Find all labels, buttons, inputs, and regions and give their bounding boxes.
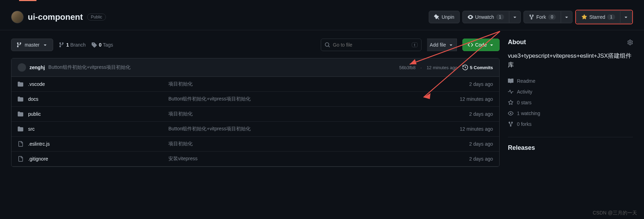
chevron-down-icon (623, 14, 629, 20)
fork-count: 0 (548, 14, 556, 20)
unpin-button[interactable]: Unpin (429, 11, 460, 23)
branch-icon (16, 42, 22, 48)
file-name[interactable]: .gitignore (28, 156, 48, 162)
chevron-down-icon (489, 42, 494, 48)
file-row[interactable]: .vscode 项目初始化 2 days ago (11, 77, 499, 92)
fork-icon (529, 14, 534, 20)
search-input[interactable] (333, 42, 412, 48)
repo-avatar[interactable] (11, 11, 24, 23)
file-time: 2 days ago (441, 156, 493, 162)
search-kbd: t (412, 42, 418, 47)
pulse-icon (508, 89, 513, 95)
repo-name[interactable]: ui-component (28, 12, 83, 22)
code-icon (468, 42, 473, 48)
starred-button[interactable]: Starred 1 (576, 11, 620, 23)
commit-message[interactable]: Button组件初始化+vitpress项目初始化 (48, 64, 131, 71)
unwatch-label: Unwatch (475, 14, 494, 20)
chevron-down-icon (512, 14, 518, 20)
file-icon (18, 141, 23, 147)
gear-icon[interactable] (627, 40, 633, 45)
file-time: 12 minutes ago (441, 96, 493, 102)
folder-icon (18, 81, 23, 87)
file-commit-message[interactable]: 项目初始化 (168, 111, 436, 117)
file-commit-message[interactable]: Button组件初始化+vitpress项目初始化 (168, 96, 436, 102)
file-row[interactable]: src Button组件初始化+vitpress项目初始化 12 minutes… (11, 122, 499, 137)
branch-icon (59, 42, 64, 48)
readme-link[interactable]: Readme (508, 78, 535, 84)
unwatch-button[interactable]: Unwatch 1 (462, 11, 509, 23)
file-icon (18, 156, 23, 162)
file-time: 2 days ago (441, 81, 493, 87)
eye-icon (468, 14, 473, 20)
file-row[interactable]: public 项目初始化 2 days ago (11, 107, 499, 122)
add-file-button[interactable]: Add file (427, 39, 457, 51)
file-commit-message[interactable]: Button组件初始化+vitpress项目初始化 (168, 126, 436, 132)
watermark: CSDN @三月的一天 (593, 210, 637, 216)
fork-dropdown[interactable] (561, 11, 572, 23)
branch-name: master (25, 42, 40, 48)
folder-icon (18, 126, 23, 132)
about-description: vue3+typescript+vitepress+eslint+JSX搭建组件… (508, 51, 633, 69)
file-commit-message[interactable]: 安装vitepress (168, 156, 436, 162)
history-icon (462, 65, 468, 70)
chevron-down-icon (448, 42, 454, 48)
visibility-badge: Public (87, 14, 106, 21)
file-name[interactable]: src (28, 126, 35, 132)
file-commit-message[interactable]: 项目初始化 (168, 81, 436, 87)
star-dropdown[interactable] (620, 11, 632, 23)
chevron-down-icon (42, 42, 48, 48)
fork-button[interactable]: Fork 0 (524, 11, 561, 23)
forks-link[interactable]: 0 forks (508, 121, 532, 127)
file-time: 12 minutes ago (441, 126, 493, 132)
branch-select-button[interactable]: master (11, 39, 53, 51)
watch-count: 1 (496, 14, 504, 20)
star-icon (508, 100, 513, 105)
file-name[interactable]: docs (28, 96, 39, 102)
file-commit-message[interactable]: 项目初始化 (168, 141, 436, 147)
commit-time: 12 minutes ago (427, 65, 458, 70)
file-row[interactable]: docs Button组件初始化+vitpress项目初始化 12 minute… (11, 92, 499, 107)
file-time: 2 days ago (441, 111, 493, 117)
book-icon (508, 78, 513, 84)
commit-sha[interactable]: 56b3fb8 (399, 65, 416, 70)
pin-icon (434, 14, 440, 20)
tag-icon (91, 42, 97, 48)
stars-link[interactable]: 0 stars (508, 100, 532, 105)
starred-label: Starred (589, 14, 605, 20)
search-icon (325, 42, 330, 48)
file-name[interactable]: .vscode (28, 81, 45, 87)
unwatch-dropdown[interactable] (509, 11, 521, 23)
star-filled-icon (582, 14, 587, 20)
file-time: 2 days ago (441, 141, 493, 147)
folder-icon (18, 96, 23, 102)
chevron-down-icon (564, 14, 569, 20)
commits-count: 5 Commits (470, 65, 493, 70)
branches-link[interactable]: 1 Branch (59, 42, 86, 48)
commits-link[interactable]: 5 Commits (462, 65, 493, 70)
tags-link[interactable]: 0 Tags (91, 42, 113, 48)
watching-link[interactable]: 1 watching (508, 111, 540, 116)
file-name[interactable]: public (28, 111, 41, 117)
unpin-label: Unpin (442, 14, 454, 20)
sidebar-divider (508, 137, 633, 137)
fork-icon (508, 121, 513, 127)
fork-label: Fork (536, 14, 546, 20)
add-file-label: Add file (430, 42, 446, 48)
folder-icon (18, 111, 23, 117)
about-heading: About (508, 39, 526, 46)
code-button[interactable]: Code (462, 39, 500, 51)
star-count: 1 (607, 14, 615, 20)
latest-commit-row[interactable]: zenghj Button组件初始化+vitpress项目初始化 56b3fb8… (11, 58, 499, 77)
activity-link[interactable]: Activity (508, 89, 532, 95)
eye-icon (508, 111, 513, 116)
file-row[interactable]: .eslintrc.js 项目初始化 2 days ago (11, 137, 499, 152)
commit-author[interactable]: zenghj (30, 65, 45, 70)
releases-heading[interactable]: Releases (508, 144, 633, 152)
file-row[interactable]: .gitignore 安装vitepress 2 days ago (11, 152, 499, 167)
commit-avatar[interactable] (18, 63, 26, 72)
file-name[interactable]: .eslintrc.js (28, 141, 50, 147)
file-search-box[interactable]: t (321, 39, 421, 51)
code-label: Code (475, 42, 487, 48)
